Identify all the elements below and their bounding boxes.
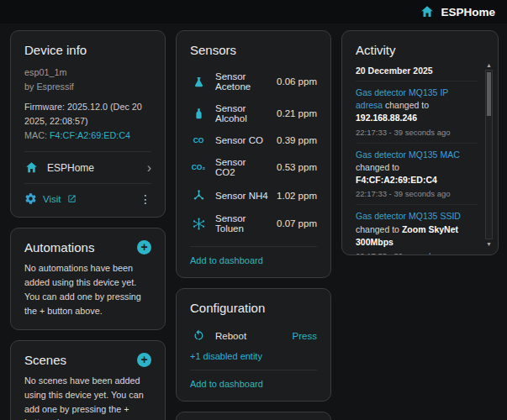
molecule-icon [190, 218, 207, 230]
configuration-title: Configuration [190, 301, 317, 315]
sensor-value: 0.06 ppm [277, 76, 317, 87]
chemical-icon [190, 189, 207, 202]
chevron-right-icon: › [147, 161, 151, 175]
sensor-name: Sensor CO [215, 135, 268, 145]
sensor-value: 0.53 ppm [277, 162, 317, 172]
reboot-row[interactable]: Reboot Press [190, 323, 317, 348]
sensor-value: 1.02 ppm [277, 191, 317, 201]
automations-title: Automations [24, 240, 94, 255]
bottle-icon [190, 108, 207, 120]
molecule-co2-icon: CO₂ [190, 163, 207, 171]
sensor-row-acetone[interactable]: Sensor Acetone 0.06 ppm [190, 66, 317, 97]
activity-entry: Gas detector MQ135 MAC changed to F4:CF:… [356, 143, 478, 205]
configuration-card: Configuration Reboot Press +1 disabled e… [176, 288, 331, 402]
log-value: 192.168.88.246 [356, 113, 417, 123]
activity-entry: Gas detector MQ135 IP adresa changed to … [356, 81, 478, 143]
entity-link[interactable]: Gas detector MQ135 MAC [356, 150, 460, 160]
sensors-title: Sensors [190, 43, 317, 57]
scroll-down-icon[interactable]: ▼ [486, 240, 492, 248]
activity-date-header: 20 December 2025 [356, 66, 478, 76]
visit-link[interactable]: Visit [43, 194, 61, 204]
log-timestamp: 22:17:33 - 39 seconds ago [356, 128, 478, 137]
mac-label: MAC: [24, 130, 47, 140]
add-to-dashboard-link[interactable]: Add to dashboard [190, 255, 263, 265]
top-bar: ESPHome [0, 0, 507, 24]
press-button[interactable]: Press [293, 331, 317, 341]
gear-icon[interactable] [24, 192, 37, 205]
log-action: changed to [356, 224, 399, 234]
sensor-name: Sensor Acetone [215, 71, 268, 92]
esphome-integration-row[interactable]: ESPHome › [24, 151, 151, 183]
molecule-co-icon: CO [190, 136, 207, 144]
log-action: changed to [385, 100, 429, 110]
mac-link[interactable]: F4:CF:A2:69:ED:C4 [50, 130, 130, 140]
log-timestamp: 22:17:33 - 39 seconds ago [356, 189, 478, 198]
activity-card: Activity 20 December 2025 Gas detector M… [341, 30, 499, 255]
esphome-house-icon [24, 160, 39, 175]
sensors-card: Sensors Sensor Acetone 0.06 ppm Sensor A… [176, 30, 331, 278]
device-mac-line: MAC: F4:CF:A2:69:ED:C4 [24, 129, 151, 143]
automations-card: Automations + No automations have been a… [10, 228, 166, 330]
sensor-name: Sensor CO2 [215, 157, 268, 177]
scenes-empty-text: No scenes have been added using this dev… [24, 374, 151, 420]
device-info-card: Device info esp01_1m by Espressif Firmwa… [10, 30, 166, 218]
scroll-up-icon[interactable]: ▲ [486, 61, 492, 69]
sensor-row-alcohol[interactable]: Sensor Alcohol 0.21 ppm [190, 97, 317, 129]
app-title: ESPHome [441, 6, 495, 18]
activity-entry: Gas detector MQ135 SSID changed to Zoom … [356, 204, 478, 255]
scroll-track[interactable] [485, 70, 493, 239]
sensor-name: Sensor NH4 [215, 191, 268, 201]
sensors-footer: Add to dashboard [190, 246, 317, 265]
add-automation-button[interactable]: + [137, 240, 151, 255]
log-timestamp: 22:17:33 - 39 seconds ago [356, 251, 478, 255]
sensor-row-toluen[interactable]: Sensor Toluen 0.07 ppm [190, 207, 317, 239]
activity-scrollbar[interactable]: ▲ ▼ [484, 61, 494, 248]
content-columns: Device info esp01_1m by Espressif Firmwa… [0, 24, 507, 420]
sensor-row-co[interactable]: CO Sensor CO 0.39 ppm [190, 129, 317, 151]
device-firmware: Firmware: 2025.12.0 (Dec 20 2025, 22:08:… [24, 100, 151, 129]
log-action: changed to [356, 162, 399, 172]
visit-row: Visit ⋮ [24, 183, 151, 205]
sensor-row-co2[interactable]: CO₂ Sensor CO2 0.53 ppm [190, 151, 317, 183]
restart-icon [190, 329, 207, 342]
esphome-logo-icon [420, 4, 435, 19]
diagnostic-card: Diagnostic Gas sensor wifi -64 dBm [176, 412, 331, 420]
sensor-value: 0.39 ppm [277, 135, 317, 145]
device-manufacturer: by Espressif [24, 80, 151, 94]
integration-label: ESPHome [47, 162, 94, 174]
sensor-value: 0.21 ppm [277, 108, 317, 118]
activity-title: Activity [356, 43, 478, 57]
configuration-footer: Add to dashboard [190, 370, 317, 389]
entity-link[interactable]: Gas detector MQ135 SSID [356, 211, 461, 221]
sensor-name: Sensor Toluen [215, 213, 268, 234]
scenes-card: Scenes + No scenes have been added using… [10, 340, 166, 420]
automations-empty-text: No automations have been added using thi… [24, 261, 151, 318]
open-in-new-icon[interactable] [67, 194, 77, 203]
scroll-thumb[interactable] [487, 72, 491, 116]
add-scene-button[interactable]: + [137, 353, 151, 367]
sensor-name: Sensor Alcohol [215, 103, 268, 123]
device-name: esp01_1m [24, 66, 151, 80]
sensor-value: 0.07 ppm [277, 218, 317, 228]
disabled-entities-link[interactable]: +1 disabled entity [190, 351, 317, 361]
overflow-menu-icon[interactable]: ⋮ [140, 193, 151, 205]
device-info-title: Device info [24, 43, 151, 57]
add-to-dashboard-link[interactable]: Add to dashboard [190, 379, 263, 389]
log-value: F4:CF:A2:69:ED:C4 [356, 175, 437, 185]
sensor-row-nh4[interactable]: Sensor NH4 1.02 ppm [190, 183, 317, 207]
scenes-title: Scenes [24, 353, 66, 367]
reboot-label: Reboot [215, 331, 284, 341]
flask-icon [190, 76, 207, 88]
